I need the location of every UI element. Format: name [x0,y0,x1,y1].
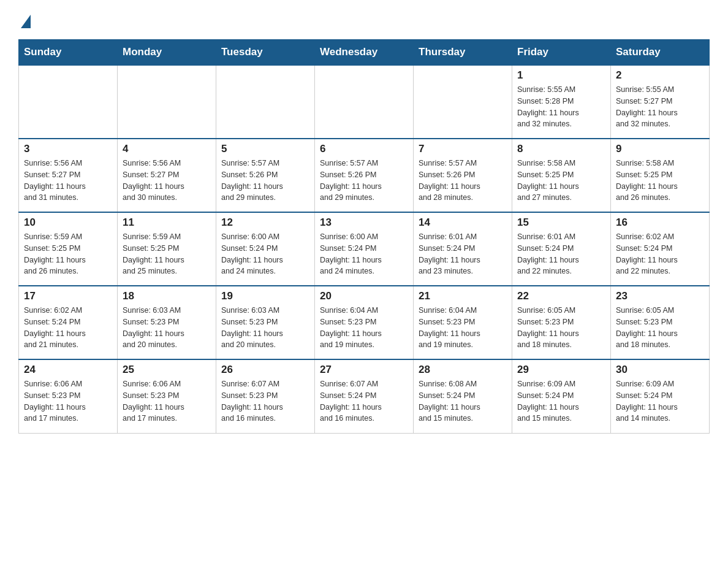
day-info: Sunrise: 6:05 AM Sunset: 5:23 PM Dayligh… [616,305,704,351]
calendar-cell: 17Sunrise: 6:02 AM Sunset: 5:24 PM Dayli… [19,286,118,359]
day-info: Sunrise: 6:07 AM Sunset: 5:23 PM Dayligh… [221,378,309,424]
day-number: 6 [320,143,408,155]
day-info: Sunrise: 6:01 AM Sunset: 5:24 PM Dayligh… [419,231,507,277]
day-info: Sunrise: 6:09 AM Sunset: 5:24 PM Dayligh… [616,378,704,424]
day-info: Sunrise: 6:08 AM Sunset: 5:24 PM Dayligh… [419,378,507,424]
day-info: Sunrise: 6:06 AM Sunset: 5:23 PM Dayligh… [123,378,211,424]
day-number: 28 [419,364,507,376]
calendar-cell: 4Sunrise: 5:56 AM Sunset: 5:27 PM Daylig… [118,139,216,212]
day-info: Sunrise: 6:02 AM Sunset: 5:24 PM Dayligh… [24,305,112,351]
day-number: 19 [221,290,309,302]
page-header [18,12,710,28]
weekday-header-row: SundayMondayTuesdayWednesdayThursdayFrid… [19,40,710,66]
calendar-cell: 9Sunrise: 5:58 AM Sunset: 5:25 PM Daylig… [611,139,710,212]
weekday-header-thursday: Thursday [414,40,512,66]
calendar-cell: 29Sunrise: 6:09 AM Sunset: 5:24 PM Dayli… [512,359,611,433]
calendar-cell: 27Sunrise: 6:07 AM Sunset: 5:24 PM Dayli… [315,359,414,433]
day-number: 14 [419,216,507,229]
day-number: 5 [221,143,309,155]
calendar-cell: 10Sunrise: 5:59 AM Sunset: 5:25 PM Dayli… [19,212,118,286]
day-info: Sunrise: 6:03 AM Sunset: 5:23 PM Dayligh… [123,305,211,351]
calendar-cell: 7Sunrise: 5:57 AM Sunset: 5:26 PM Daylig… [414,139,512,212]
calendar-cell [19,65,118,139]
day-info: Sunrise: 5:57 AM Sunset: 5:26 PM Dayligh… [221,158,309,204]
day-number: 30 [616,364,704,376]
day-info: Sunrise: 6:00 AM Sunset: 5:24 PM Dayligh… [221,231,309,277]
weekday-header-sunday: Sunday [19,40,118,66]
day-number: 27 [320,364,408,376]
day-info: Sunrise: 5:59 AM Sunset: 5:25 PM Dayligh… [24,231,112,277]
day-number: 17 [24,290,112,302]
calendar-cell: 18Sunrise: 6:03 AM Sunset: 5:23 PM Dayli… [118,286,216,359]
day-info: Sunrise: 5:58 AM Sunset: 5:25 PM Dayligh… [517,158,605,204]
day-number: 10 [24,216,112,229]
day-number: 18 [123,290,211,302]
day-info: Sunrise: 5:56 AM Sunset: 5:27 PM Dayligh… [24,158,112,204]
calendar-cell: 24Sunrise: 6:06 AM Sunset: 5:23 PM Dayli… [19,359,118,433]
week-row-1: 1Sunrise: 5:55 AM Sunset: 5:28 PM Daylig… [19,65,710,139]
day-number: 7 [419,143,507,155]
day-info: Sunrise: 6:01 AM Sunset: 5:24 PM Dayligh… [517,231,605,277]
day-info: Sunrise: 5:55 AM Sunset: 5:27 PM Dayligh… [616,84,704,130]
day-number: 23 [616,290,704,302]
day-number: 24 [24,364,112,376]
calendar-cell: 3Sunrise: 5:56 AM Sunset: 5:27 PM Daylig… [19,139,118,212]
calendar-cell [118,65,216,139]
calendar-cell: 28Sunrise: 6:08 AM Sunset: 5:24 PM Dayli… [414,359,512,433]
calendar-cell: 2Sunrise: 5:55 AM Sunset: 5:27 PM Daylig… [611,65,710,139]
logo-triangle-icon [21,15,31,28]
calendar-cell: 19Sunrise: 6:03 AM Sunset: 5:23 PM Dayli… [216,286,315,359]
calendar-cell: 6Sunrise: 5:57 AM Sunset: 5:26 PM Daylig… [315,139,414,212]
calendar-cell: 22Sunrise: 6:05 AM Sunset: 5:23 PM Dayli… [512,286,611,359]
day-info: Sunrise: 5:56 AM Sunset: 5:27 PM Dayligh… [123,158,211,204]
day-info: Sunrise: 5:59 AM Sunset: 5:25 PM Dayligh… [123,231,211,277]
calendar-table: SundayMondayTuesdayWednesdayThursdayFrid… [18,39,710,434]
calendar-cell: 11Sunrise: 5:59 AM Sunset: 5:25 PM Dayli… [118,212,216,286]
day-number: 11 [123,216,211,229]
day-info: Sunrise: 6:06 AM Sunset: 5:23 PM Dayligh… [24,378,112,424]
calendar-cell: 8Sunrise: 5:58 AM Sunset: 5:25 PM Daylig… [512,139,611,212]
calendar-cell: 1Sunrise: 5:55 AM Sunset: 5:28 PM Daylig… [512,65,611,139]
calendar-cell: 20Sunrise: 6:04 AM Sunset: 5:23 PM Dayli… [315,286,414,359]
day-info: Sunrise: 5:58 AM Sunset: 5:25 PM Dayligh… [616,158,704,204]
calendar-cell [414,65,512,139]
day-number: 13 [320,216,408,229]
weekday-header-tuesday: Tuesday [216,40,315,66]
day-number: 20 [320,290,408,302]
weekday-header-wednesday: Wednesday [315,40,414,66]
day-number: 21 [419,290,507,302]
day-info: Sunrise: 6:09 AM Sunset: 5:24 PM Dayligh… [517,378,605,424]
day-info: Sunrise: 5:57 AM Sunset: 5:26 PM Dayligh… [320,158,408,204]
day-info: Sunrise: 6:05 AM Sunset: 5:23 PM Dayligh… [517,305,605,351]
week-row-5: 24Sunrise: 6:06 AM Sunset: 5:23 PM Dayli… [19,359,710,433]
calendar-cell: 12Sunrise: 6:00 AM Sunset: 5:24 PM Dayli… [216,212,315,286]
day-number: 15 [517,216,605,229]
logo [18,12,31,28]
calendar-cell [315,65,414,139]
calendar-cell: 5Sunrise: 5:57 AM Sunset: 5:26 PM Daylig… [216,139,315,212]
day-number: 1 [517,69,605,82]
weekday-header-friday: Friday [512,40,611,66]
calendar-cell: 16Sunrise: 6:02 AM Sunset: 5:24 PM Dayli… [611,212,710,286]
day-number: 8 [517,143,605,155]
week-row-2: 3Sunrise: 5:56 AM Sunset: 5:27 PM Daylig… [19,139,710,212]
calendar-cell: 21Sunrise: 6:04 AM Sunset: 5:23 PM Dayli… [414,286,512,359]
day-info: Sunrise: 5:57 AM Sunset: 5:26 PM Dayligh… [419,158,507,204]
week-row-4: 17Sunrise: 6:02 AM Sunset: 5:24 PM Dayli… [19,286,710,359]
day-number: 12 [221,216,309,229]
weekday-header-monday: Monday [118,40,216,66]
day-number: 3 [24,143,112,155]
calendar-cell: 15Sunrise: 6:01 AM Sunset: 5:24 PM Dayli… [512,212,611,286]
day-number: 29 [517,364,605,376]
calendar-cell: 23Sunrise: 6:05 AM Sunset: 5:23 PM Dayli… [611,286,710,359]
calendar-cell: 26Sunrise: 6:07 AM Sunset: 5:23 PM Dayli… [216,359,315,433]
day-info: Sunrise: 6:04 AM Sunset: 5:23 PM Dayligh… [320,305,408,351]
calendar-cell: 25Sunrise: 6:06 AM Sunset: 5:23 PM Dayli… [118,359,216,433]
day-number: 4 [123,143,211,155]
calendar-cell: 30Sunrise: 6:09 AM Sunset: 5:24 PM Dayli… [611,359,710,433]
weekday-header-saturday: Saturday [611,40,710,66]
day-info: Sunrise: 5:55 AM Sunset: 5:28 PM Dayligh… [517,84,605,130]
day-info: Sunrise: 6:00 AM Sunset: 5:24 PM Dayligh… [320,231,408,277]
day-info: Sunrise: 6:04 AM Sunset: 5:23 PM Dayligh… [419,305,507,351]
day-number: 22 [517,290,605,302]
